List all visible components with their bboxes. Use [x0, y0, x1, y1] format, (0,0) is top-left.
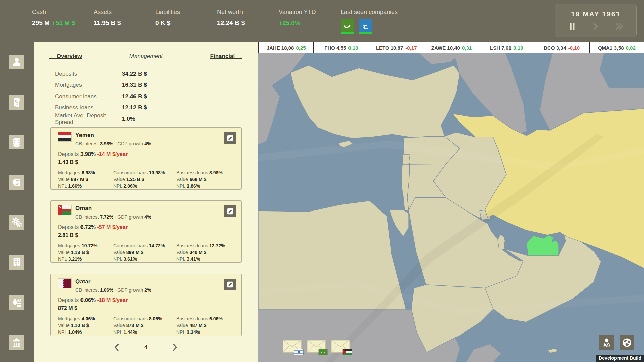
message-envelope-company-green[interactable]: ث [307, 340, 326, 353]
page-prev-button[interactable] [112, 343, 121, 352]
play-button[interactable] [591, 22, 600, 31]
company-badge: ث [319, 349, 327, 355]
stat-label: Variation YTD [279, 9, 340, 16]
topbar-stat-variation-ytd: Variation YTD+25.0% [279, 0, 340, 27]
product-column: Mortgages 4.06% Value 1.10 B $ NPL 1.04% [58, 315, 113, 336]
pause-button[interactable] [568, 22, 577, 31]
commodities-icon [11, 297, 22, 308]
market-stat-row: Consumer loans12.46 B $ [55, 91, 245, 102]
topbar-stats: Cash295 M+51 M $Assets11.95 B $Liabiliti… [32, 0, 340, 27]
stat-label: Liabilities [155, 9, 217, 16]
market-stat-value: 12.12 B $ [122, 104, 147, 111]
market-stat-label: Deposits [55, 71, 122, 77]
sidebar-item-coins-stack[interactable] [9, 135, 24, 149]
fast-forward-button[interactable] [615, 22, 624, 31]
world-map[interactable]: ث Development Build [258, 53, 644, 362]
company-icon[interactable]: ث [341, 19, 354, 32]
gears-icon [11, 217, 22, 228]
pagination: 4 [112, 343, 179, 352]
market-stat-value: 16.31 B $ [122, 82, 147, 88]
tab-overview[interactable]: ← Overview [49, 53, 82, 60]
sidebar-item-passport[interactable] [9, 95, 24, 110]
country-macro-line: CB interest 7.72% - GDP growth 4% [75, 214, 151, 220]
page-number: 4 [144, 344, 148, 351]
edit-country-button[interactable] [224, 132, 236, 144]
population-button[interactable] [599, 335, 614, 350]
ticker-change: 0,25 [296, 45, 306, 51]
ticker-symbol-price: QMA1 3,58 [598, 45, 624, 51]
sidebar-item-commodities[interactable] [9, 295, 24, 310]
country-name: Oman [75, 205, 92, 212]
edit-country-button[interactable] [224, 279, 236, 290]
ticker-cell-jahe[interactable]: JAHE 18,080,25 [258, 42, 313, 53]
ticker-symbol-price: JAHE 18,08 [267, 45, 294, 51]
ticker-cell-qma1[interactable]: QMA1 3,580,02 [589, 42, 644, 53]
sidebar-item-gears[interactable] [9, 215, 24, 230]
market-stat-row: Mortgages16.31 B $ [55, 80, 245, 91]
product-column: Mortgages 6.98% Value 887 M $ NPL 1.66% [58, 169, 113, 189]
dev-build-label: Development Build [596, 355, 644, 362]
ticker-symbol-price: LSH 7,61 [490, 45, 511, 51]
sidebar-item-person[interactable] [9, 55, 24, 69]
market-stat-value: 34.22 B $ [122, 71, 147, 77]
market-stat-label: Market Avg. Deposit Spread [55, 112, 122, 126]
qatar-flag [58, 279, 71, 288]
product-column: Consumer loans 8.06% Value 878 M $ NPL 1… [113, 315, 176, 336]
stat-label: Net worth [217, 9, 279, 16]
world-button[interactable] [620, 335, 634, 350]
yemen-flag [58, 132, 71, 141]
jordan-flag [343, 349, 352, 355]
stat-value: 12.24 B $ [217, 19, 279, 27]
sidebar-item-bank[interactable] [9, 335, 24, 350]
market-stat-label: Business loans [55, 104, 122, 111]
product-column: Business loans 12.72% Value 340 M $ NPL … [176, 242, 238, 262]
stock-ticker: JAHE 18,080,25FHO 4,550,10LETO 10,87-0,1… [258, 42, 644, 53]
product-column: Business loans 8.98% Value 668 M $ NPL 1… [176, 169, 238, 189]
message-envelope-jordan-flag[interactable] [331, 340, 350, 353]
date-box: 19 MAY 1961 [555, 4, 637, 37]
sidebar-item-office-building[interactable] [9, 255, 24, 270]
deposit-change: -18 M $/year [97, 297, 128, 303]
market-stat-row: Deposits34.22 B $ [55, 68, 245, 80]
ticker-cell-fho[interactable]: FHO 4,550,10 [313, 42, 368, 53]
ticker-cell-lsh[interactable]: LSH 7,610,10 [479, 42, 534, 53]
page-next-button[interactable] [171, 343, 179, 352]
message-envelope-israel-flag[interactable] [283, 340, 302, 353]
market-stat-row: Business loans12.12 B $ [55, 102, 245, 114]
product-column: Consumer loans 14.72% Value 899 M $ NPL … [113, 242, 176, 262]
product-column: Consumer loans 10.98% Value 1.25 B $ NPL… [113, 169, 176, 189]
banking-panel: ← Overview Management Financial → Deposi… [34, 42, 258, 362]
country-name: Yemen [75, 132, 94, 139]
ticker-change: 0,02 [626, 45, 636, 51]
oman-flag [58, 205, 71, 215]
deposits-line: Deposits 6.72% -57 M $/year [58, 224, 128, 230]
deposits-line: Deposits 0.06% -18 M $/year [58, 297, 128, 303]
last-seen-label: Last seen companies [341, 9, 398, 16]
bank-icon [11, 337, 22, 348]
company-glyph: ث [343, 22, 351, 29]
sidebar-item-contracts[interactable] [9, 175, 24, 190]
ticker-cell-leto[interactable]: LETO 10,87-0,17 [369, 42, 424, 53]
ticker-cell-bco[interactable]: BCO 3,34-0,10 [534, 42, 589, 53]
office-building-icon [11, 257, 22, 268]
middle-east-map[interactable] [258, 53, 644, 362]
topbar-stat-cash: Cash295 M+51 M $ [32, 0, 94, 27]
deposit-change: -57 M $/year [97, 224, 128, 230]
country-card-oman: Oman CB interest 7.72% - GDP growth 4% D… [50, 200, 241, 263]
tab-management: Management [129, 53, 163, 60]
ticker-change: 0,10 [348, 45, 358, 51]
top-status-bar: Cash295 M+51 M $Assets11.95 B $Liabiliti… [0, 0, 644, 42]
edit-pencil-icon [227, 135, 234, 142]
ticker-symbol-price: ZAWE 10,40 [431, 45, 460, 51]
edit-country-button[interactable] [224, 205, 236, 217]
country-macro-line: CB interest 1.06% - GDP growth 2% [75, 287, 151, 293]
tab-financial[interactable]: Financial → [210, 53, 242, 60]
company-icon[interactable]: ح [359, 19, 372, 32]
message-notifications: ث [283, 340, 350, 353]
stat-label: Cash [32, 9, 94, 16]
topbar-stat-liabilities: Liabilities0 K $ [155, 0, 217, 27]
product-stats: Mortgages 6.98% Value 887 M $ NPL 1.66% … [58, 169, 238, 189]
contracts-icon [11, 177, 22, 188]
baby-coin-icon [602, 338, 612, 348]
ticker-cell-zawe[interactable]: ZAWE 10,400,31 [424, 42, 479, 53]
